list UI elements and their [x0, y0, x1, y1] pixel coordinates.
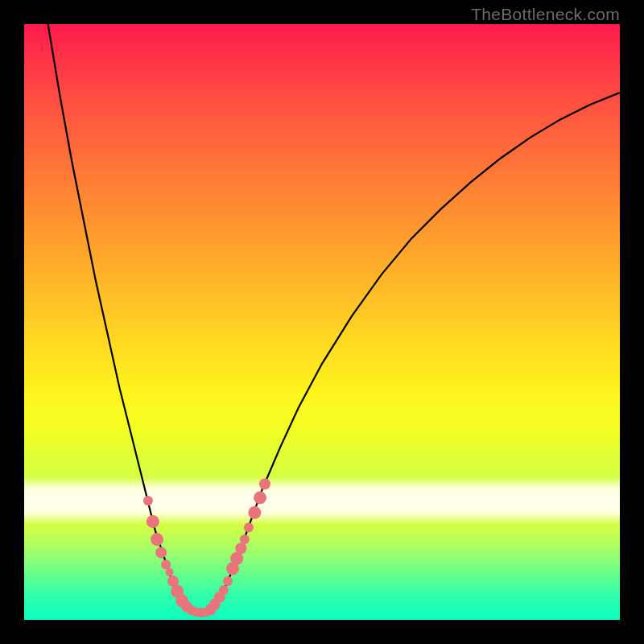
data-point — [248, 506, 261, 519]
data-point — [240, 535, 250, 544]
data-point — [235, 543, 246, 554]
data-point — [223, 576, 233, 586]
chart-svg — [24, 24, 620, 620]
data-point — [161, 559, 171, 569]
data-point — [254, 491, 266, 504]
data-point — [143, 496, 153, 506]
data-point — [166, 568, 174, 576]
attribution-label: TheBottleneck.com — [471, 5, 620, 24]
data-point — [155, 547, 167, 558]
plot-area — [24, 24, 620, 620]
data-point — [151, 533, 163, 546]
chart-frame: TheBottleneck.com — [0, 0, 644, 644]
bottleneck-curve — [48, 24, 620, 613]
data-point — [219, 585, 229, 595]
data-point — [244, 522, 254, 532]
data-point — [259, 478, 270, 489]
data-point — [147, 515, 159, 528]
